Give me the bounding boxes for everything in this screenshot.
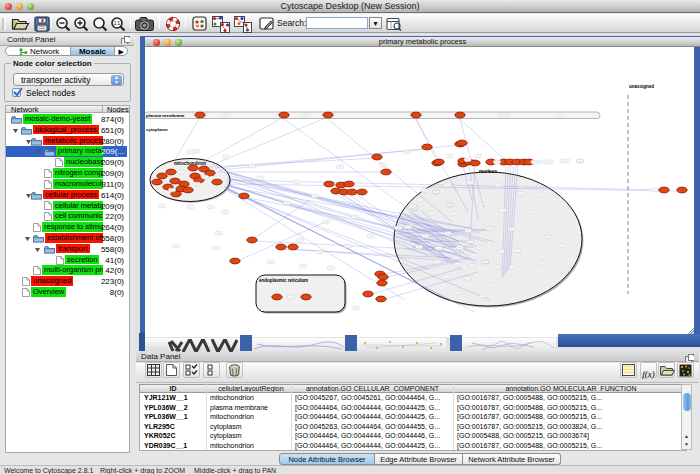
svg-text:endoplasmic reticulum: endoplasmic reticulum [259, 278, 308, 283]
svg-text:plasma membrane: plasma membrane [146, 113, 185, 118]
svg-text:mitochondrion: mitochondrion [174, 161, 206, 166]
svg-text:nucleus: nucleus [479, 169, 497, 174]
svg-text:cytoplasm: cytoplasm [146, 127, 168, 132]
svg-text:1:1: 1:1 [114, 21, 121, 26]
svg-text:unassigned: unassigned [629, 84, 654, 89]
